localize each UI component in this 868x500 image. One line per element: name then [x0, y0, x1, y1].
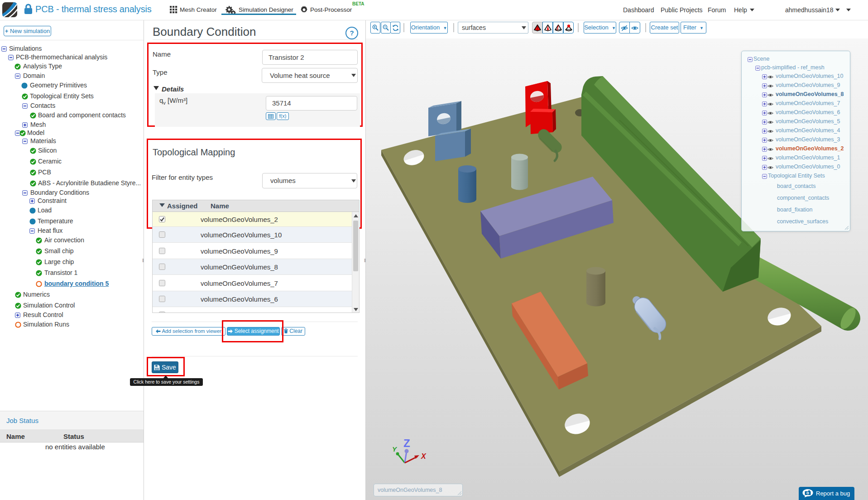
svg-text:Y: Y [392, 445, 398, 453]
svg-text:X: X [421, 452, 427, 460]
svg-text:Z: Z [403, 437, 410, 449]
